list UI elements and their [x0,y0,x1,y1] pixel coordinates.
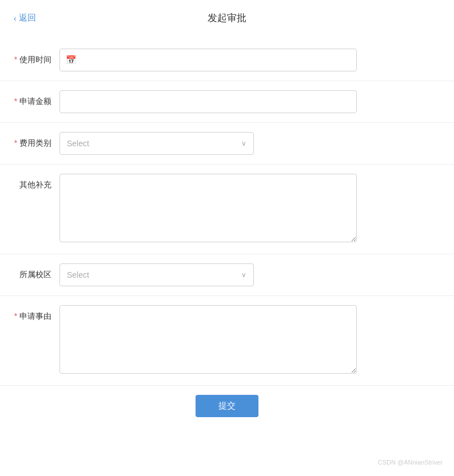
submit-button[interactable]: 提交 [196,395,258,417]
chevron-down-icon-2: ∨ [241,271,246,279]
date-input-wrapper[interactable]: 📅 [59,49,357,71]
campus-select[interactable]: Select ∨ [59,263,254,286]
field-expense-type-input: Select ∨ [59,132,357,155]
field-use-time-input: 📅 [59,49,357,71]
label-use-time: 使用时间 [14,49,59,66]
form-container: 使用时间 📅 申请金额 费用类别 Select ∨ 其他补充 所属校区 [0,34,454,449]
expense-type-select[interactable]: Select ∨ [59,132,254,155]
submit-row: 提交 [0,386,454,426]
field-amount: 申请金额 [0,81,454,123]
expense-type-placeholder: Select [67,139,241,148]
campus-placeholder: Select [67,270,241,279]
field-amount-input [59,90,357,113]
back-button[interactable]: ‹ 返回 [14,13,36,23]
field-reason: 申请事由 [0,296,454,386]
watermark: CSDN @ANnianStriver [378,459,443,466]
label-supplement: 其他补充 [14,174,59,191]
chevron-down-icon: ∨ [241,139,246,147]
page-header: ‹ 返回 发起审批 [0,0,454,34]
back-label: 返回 [19,13,36,23]
chevron-left-icon: ‹ [14,14,17,23]
label-campus: 所属校区 [14,263,59,281]
field-supplement-input [59,174,357,245]
field-campus-input: Select ∨ [59,263,357,286]
field-supplement: 其他补充 [0,165,454,254]
label-amount: 申请金额 [14,90,59,107]
field-campus: 所属校区 Select ∨ [0,254,454,296]
supplement-textarea[interactable] [59,174,357,242]
calendar-icon: 📅 [66,55,77,65]
field-expense-type: 费用类别 Select ∨ [0,123,454,165]
page-title: 发起审批 [208,11,246,25]
amount-input[interactable] [59,90,357,113]
field-use-time: 使用时间 📅 [0,39,454,81]
reason-textarea[interactable] [59,305,357,374]
label-reason: 申请事由 [14,305,59,322]
field-reason-input [59,305,357,376]
label-expense-type: 费用类别 [14,132,59,149]
